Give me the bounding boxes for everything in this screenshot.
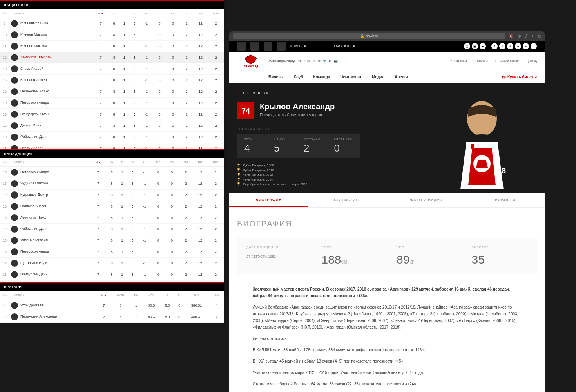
table-row[interactable]: 15Лемтюгов Никол7813-1002122 <box>0 212 224 224</box>
tab-statistics[interactable]: СТАТИСТИКА <box>308 193 387 207</box>
col-header[interactable]: ИГРОК <box>9 158 90 167</box>
col-header[interactable]: ГМ <box>179 9 194 18</box>
table-row[interactable]: 12Кугрышев Дмитр7813-1002122 <box>0 190 224 201</box>
cam-small-icon[interactable]: 📷 <box>334 59 338 63</box>
nav-club[interactable]: Клуб <box>293 75 303 79</box>
nav-media[interactable]: Медиа <box>372 75 384 79</box>
table-row[interactable]: 13Петерссон Андре7813-1002122 <box>0 167 224 178</box>
col-header[interactable]: ПГ <box>151 158 165 167</box>
astroby-link[interactable]: ✦ Ястребы <box>449 59 467 63</box>
col-header[interactable]: И ▼ <box>93 9 109 18</box>
share-icon[interactable]: ⤴ <box>525 34 527 39</box>
col-header[interactable]: ШМ <box>207 158 224 167</box>
buy-tickets-button[interactable]: 🎟 Купить билеты <box>502 75 537 79</box>
col-header[interactable]: %ОБ <box>111 291 130 300</box>
table-row[interactable]: 15Сундстрём Юхан7813-1002122 <box>0 109 224 120</box>
address-bar[interactable]: 🔒 hawk.ru <box>233 33 505 39</box>
reader-icon[interactable]: ⊕ <box>518 34 521 39</box>
twitter-icon[interactable]: t <box>499 43 505 49</box>
table-row[interactable]: 12Файзуллин Дани.7813-1002122 <box>0 224 224 235</box>
table-row[interactable]: 12Щегольков Вади7813-1002122 <box>0 258 224 269</box>
col-header[interactable]: Г <box>120 9 129 18</box>
tab-photo-video[interactable]: ФОТО И ВИДЕО <box>387 193 466 207</box>
table-row[interactable]: 13Стась Андрей7813-1002122 <box>0 63 224 75</box>
cart-icon[interactable]: ▣ <box>472 43 478 49</box>
ig-small-icon[interactable]: ◉ <box>318 59 321 63</box>
vk-icon[interactable]: vk <box>507 43 513 49</box>
col-header[interactable]: +/- <box>139 9 153 18</box>
table-row[interactable]: 15Кошелев Семён7813-1002122 <box>0 75 224 86</box>
col-header[interactable]: РБ <box>194 9 208 18</box>
col-header[interactable]: П <box>175 291 184 300</box>
col-header[interactable]: ГБ <box>166 9 179 18</box>
table-row[interactable]: 12Дервук Илья7813-1002122 <box>0 120 224 132</box>
nav-arenas[interactable]: Арены <box>395 75 408 79</box>
col-header[interactable]: ИГРОК <box>9 9 93 18</box>
col-header[interactable]: № <box>0 9 9 18</box>
whl-logo[interactable] <box>277 42 286 51</box>
table-row[interactable]: 12Лемтюгов Николай7813-1002122 <box>0 52 224 63</box>
mhl-logo[interactable] <box>264 42 272 51</box>
table-row[interactable]: 11Минеев Максим7813-1002122 <box>0 41 224 52</box>
ok-icon[interactable]: o <box>515 43 521 49</box>
col-header[interactable]: № <box>0 158 9 167</box>
fb-small-icon[interactable]: f <box>304 59 304 63</box>
col-header[interactable]: ИГРОК <box>9 291 96 300</box>
table-row[interactable]: 15Петерссон Андре7813-1002122 <box>0 246 224 258</box>
tv-icon[interactable]: ▢ <box>464 43 470 49</box>
col-header[interactable]: Г <box>117 158 127 167</box>
col-header[interactable]: П <box>129 9 139 18</box>
facebook-icon[interactable]: f <box>491 43 498 49</box>
shop-link[interactable]: 🛒 Магазин <box>473 59 489 63</box>
yt-small-icon[interactable]: ▶ <box>329 59 331 63</box>
khl-logo[interactable] <box>237 42 246 51</box>
tw-small-icon[interactable]: 🐦 <box>323 59 327 63</box>
play-icon[interactable]: ▶ <box>480 43 486 49</box>
col-header[interactable]: В <box>160 291 174 300</box>
google-icon[interactable]: g <box>531 43 537 49</box>
school-link[interactable]: ▢ Школа хоккея <box>495 59 520 63</box>
col-header[interactable]: ПГ <box>153 9 167 18</box>
table-row[interactable]: 15Чудинов Максим7813-1002122 <box>0 178 224 190</box>
col-header[interactable]: КН <box>130 291 143 300</box>
tg-small-icon[interactable]: ✈ <box>313 59 315 63</box>
col-header[interactable]: +/- <box>138 158 151 167</box>
tabs-icon[interactable]: ⧉ <box>538 34 541 39</box>
table-row[interactable]: 10Минеев Максим7813-1002122 <box>0 29 224 41</box>
col-header[interactable]: ГБ <box>165 158 178 167</box>
col-header[interactable]: РБ <box>193 158 207 167</box>
mute-icon[interactable]: 🔇 <box>508 34 514 39</box>
nav-tickets[interactable]: Билеты <box>268 75 283 79</box>
tab-biography[interactable]: БИОГРАФИЯ <box>229 193 308 207</box>
vk2-icon[interactable]: в <box>523 43 529 49</box>
vk-small-icon[interactable]: vk <box>298 59 301 63</box>
col-header[interactable]: ВП <box>184 291 209 300</box>
col-header[interactable]: ШМ <box>208 9 224 18</box>
team-logo[interactable]: АВАНГАРД <box>237 54 264 68</box>
table-row[interactable]: 13Петерссон Андре7813-1002122 <box>0 98 224 109</box>
newtab-icon[interactable]: + <box>531 34 534 39</box>
table-row[interactable]: 13Фисенко Михаил7813-1002122 <box>0 235 224 246</box>
nav-championship[interactable]: Чемпионат <box>340 75 362 79</box>
col-header[interactable]: ШМ <box>209 291 224 300</box>
clubs-dropdown[interactable]: КЛУБЫ ▾ <box>290 44 306 48</box>
col-header[interactable]: П <box>127 158 138 167</box>
projects-dropdown[interactable]: ПРОЕКТЫ ▾ <box>334 44 355 48</box>
col-header[interactable]: № <box>0 291 9 300</box>
col-header[interactable]: И ▼ <box>90 158 107 167</box>
table-row[interactable]: 13Файзуллин Дани.7813-1002122 <box>0 269 224 280</box>
nav-team[interactable]: Команда <box>313 75 330 79</box>
col-header[interactable]: ГМ <box>179 158 193 167</box>
table-row[interactable]: 12Пережогин Алекс7813-1002122 <box>0 86 224 98</box>
col-header[interactable]: И ▼ <box>96 291 111 300</box>
tab-news[interactable]: НОВОСТИ <box>466 193 545 207</box>
col-header[interactable]: О <box>109 9 120 18</box>
ok-small-icon[interactable]: ok <box>307 59 310 63</box>
table-row[interactable]: 13Галимов Ансель7813-1002122 <box>0 201 224 212</box>
vhl-logo[interactable] <box>250 42 259 51</box>
table-row[interactable]: 5Меньшиков Вита7813-1002122 <box>0 18 224 29</box>
table-row[interactable]: 44Фурх Доминик78190.35.00380:314 <box>0 300 224 311</box>
col-header[interactable]: О <box>106 158 117 167</box>
table-row[interactable]: 10Файзуллин Дани.7813-1002122 <box>0 132 224 143</box>
login-link[interactable]: →] Вход <box>525 59 537 63</box>
